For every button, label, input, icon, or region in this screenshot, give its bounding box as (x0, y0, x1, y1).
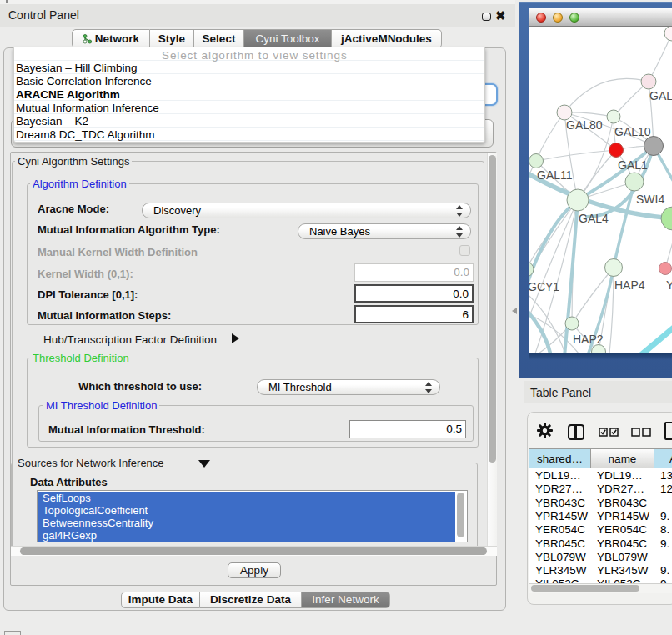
network-node-bottom[interactable] (592, 345, 606, 354)
settings-vertical-scrollbar-thumb[interactable] (489, 155, 496, 462)
attribute-item[interactable]: SelfLoops (38, 492, 455, 504)
sources-group-title: Sources for Network Inference (15, 457, 216, 469)
mi-steps-input[interactable]: 6 (354, 305, 474, 323)
cyni-algorithm-settings-title: Cyni Algorithm Settings (15, 155, 132, 168)
network-node-GAL4[interactable] (567, 189, 589, 211)
unchecked-checkbox-icon[interactable] (631, 427, 640, 436)
network-node-SWI4[interactable] (625, 172, 644, 191)
algorithm-option-2[interactable]: Basic Correlation Inference (15, 75, 152, 88)
checked-checkbox-icon[interactable] (609, 427, 619, 436)
network-node-salmon[interactable] (659, 262, 672, 275)
table-cell: YIL052C (597, 578, 641, 583)
algorithm-definition-title: Algorithm Definition (30, 178, 129, 190)
table-row[interactable]: YER054CYER054C8. (529, 523, 672, 537)
checked-checkbox-icon[interactable] (599, 427, 608, 436)
close-icon[interactable]: ✖ (495, 8, 506, 23)
bottom-tab-discretize-data[interactable]: Discretize Data (200, 592, 302, 608)
table-column-header-2[interactable]: name (591, 449, 654, 468)
document-icon[interactable] (664, 422, 672, 440)
table-row[interactable]: YDR27…YDR27…12 (529, 482, 672, 496)
table-row[interactable]: YIL052CYIL052C9. (529, 578, 672, 583)
network-node-GAL10[interactable] (607, 110, 620, 123)
hub-definition-label[interactable]: Hub/Transcription Factor Definition (43, 333, 217, 346)
mi-algorithm-type-value: Naive Bayes (309, 225, 370, 238)
table-column-header-3[interactable]: A (654, 449, 672, 468)
attribute-item[interactable]: gal4RGexp (38, 529, 455, 542)
tab-label: jActiveMNodules (341, 32, 432, 45)
network-window-titlebar[interactable] (529, 8, 672, 27)
float-window-icon[interactable] (482, 12, 491, 21)
data-attributes-label: Data Attributes (30, 476, 108, 488)
attribute-item[interactable]: BetweennessCentrality (38, 517, 455, 529)
table-row[interactable]: YPR145WYPR145W9. (529, 510, 672, 523)
attributes-list-scrollbar[interactable] (457, 492, 464, 538)
which-threshold-label: Which threshold to use: (78, 380, 202, 392)
table-row[interactable]: YBL079WYBL079W (529, 551, 672, 564)
table-cell: 9. (660, 538, 669, 551)
tab-label: Network (95, 32, 139, 45)
gear-icon[interactable] (537, 422, 553, 438)
settings-horizontal-scrollbar-thumb[interactable] (20, 548, 487, 555)
minimize-traffic-light[interactable] (553, 12, 563, 22)
algorithm-option-6[interactable]: Dream8 DC_TDC Algorithm (15, 128, 155, 142)
algorithm-option-3[interactable]: ARACNE Algorithm (15, 88, 120, 102)
table-row[interactable]: YBR043CYBR043C (529, 497, 672, 510)
combo-arrows-icon (456, 226, 464, 238)
aracne-mode-combobox[interactable]: Discovery (142, 202, 471, 218)
network-node-GAL11[interactable] (529, 154, 544, 168)
network-node-right[interactable] (661, 207, 672, 230)
table-horizontal-scrollbar-thumb[interactable] (531, 585, 639, 592)
table-cell: YDR27… (535, 482, 583, 496)
unchecked-checkbox-icon[interactable] (642, 427, 651, 436)
network-tab-icon (83, 34, 93, 44)
table-row[interactable]: YLR345WYLR345W9. (529, 564, 672, 578)
mi-steps-label: Mutual Information Steps: (38, 309, 171, 322)
manual-kernel-width-checkbox[interactable] (459, 245, 470, 256)
network-node-top[interactable] (664, 27, 672, 41)
network-node-gray[interactable] (644, 137, 664, 156)
zoom-traffic-light[interactable] (569, 12, 579, 22)
bottom-left-partial-box (4, 631, 21, 635)
hub-expand-icon[interactable] (232, 333, 239, 343)
attribute-item[interactable]: TopologicalCoefficient (38, 504, 455, 517)
network-node-label: HAP2 (573, 332, 604, 346)
algorithm-option-1[interactable]: Bayesian – Hill Climbing (15, 62, 138, 75)
algorithm-option-4[interactable]: Mutual Information Inference (15, 102, 159, 115)
mi-threshold-input[interactable]: 0.5 (349, 420, 466, 438)
split-columns-icon[interactable] (568, 424, 584, 440)
tab-select[interactable]: Select (194, 29, 244, 48)
aracne-mode-label: Aracne Mode: (38, 202, 109, 215)
tab-cyni-toolbox[interactable]: Cyni Toolbox (244, 29, 332, 48)
algorithm-option-5[interactable]: Bayesian – K2 (15, 115, 88, 128)
kernel-width-input[interactable]: 0.0 (354, 263, 474, 282)
mi-algorithm-type-combobox[interactable]: Naive Bayes (298, 223, 471, 239)
which-threshold-combobox[interactable]: MI Threshold (257, 379, 440, 395)
bottom-tab-impute-data[interactable]: Impute Data (121, 592, 200, 608)
network-node-pink1[interactable] (641, 74, 656, 89)
apply-button[interactable]: Apply (228, 562, 281, 578)
network-node-label: YM (666, 278, 672, 292)
close-traffic-light[interactable] (536, 12, 546, 22)
table-column-header-1[interactable]: shared… (529, 449, 591, 468)
control-panel-title: Control Panel (8, 8, 79, 22)
network-canvas[interactable]: GAL2GAL80GAL10GAL1GAL11SWI4GAL4GCY1HAP4Y… (529, 27, 672, 353)
network-node-HAP4[interactable] (605, 259, 623, 277)
tab-jactivemnodules[interactable]: jActiveMNodules (332, 29, 442, 48)
tab-style[interactable]: Style (150, 29, 194, 48)
table-row[interactable]: YDL19…YDL19…13 (529, 469, 672, 482)
dpi-tolerance-input[interactable]: 0.0 (354, 284, 474, 302)
sources-collapse-icon[interactable] (198, 460, 210, 468)
bottom-tab-infer-network[interactable]: Infer Network (302, 592, 390, 608)
table-panel-title: Table Panel (530, 386, 591, 399)
network-edge-bright (637, 323, 672, 353)
node-attribute-table[interactable]: shared…nameA YDL19…YDL19…13YDR27…YDR27…1… (529, 448, 672, 583)
network-node-HAP2[interactable] (565, 317, 579, 330)
table-row[interactable]: YBR045CYBR045C9. (529, 538, 672, 551)
combo-arrows-icon (456, 205, 464, 217)
data-attributes-list[interactable]: SelfLoopsTopologicalCoefficientBetweenne… (37, 490, 468, 542)
splitter-collapse-icon[interactable] (512, 308, 517, 314)
combo-arrows-icon (425, 382, 433, 393)
network-node-label: GAL11 (537, 168, 573, 182)
tab-network[interactable]: Network (72, 29, 150, 48)
network-node-GAL1[interactable] (609, 143, 624, 158)
